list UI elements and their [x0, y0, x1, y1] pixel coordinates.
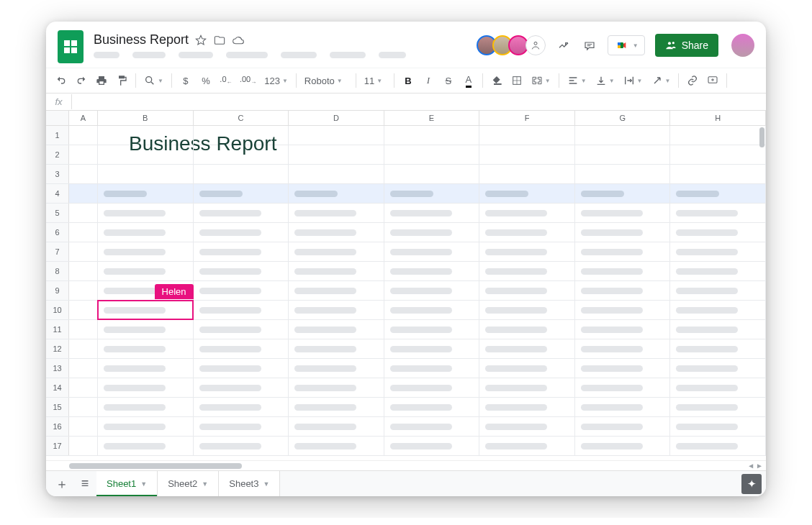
cell[interactable]: [575, 145, 671, 164]
fill-color-button[interactable]: [487, 71, 506, 90]
cell[interactable]: [194, 165, 289, 183]
cell[interactable]: [289, 126, 384, 145]
cell[interactable]: [575, 437, 671, 455]
cell[interactable]: [194, 359, 289, 378]
cell[interactable]: [384, 281, 480, 300]
cell[interactable]: [384, 301, 480, 319]
cell[interactable]: [69, 262, 98, 280]
cell[interactable]: [98, 398, 194, 416]
cell[interactable]: [194, 301, 289, 319]
cell[interactable]: [289, 437, 384, 455]
cell[interactable]: [194, 145, 289, 164]
cell[interactable]: [670, 242, 766, 261]
sheet-tab[interactable]: Sheet1▼: [96, 471, 158, 496]
cell[interactable]: [69, 437, 98, 455]
cell[interactable]: [575, 242, 671, 261]
document-title[interactable]: Business Report: [94, 32, 189, 47]
cell[interactable]: [98, 165, 194, 183]
cell[interactable]: [98, 378, 194, 397]
cell[interactable]: [194, 320, 289, 339]
cell[interactable]: [670, 281, 766, 300]
font-size-dropdown[interactable]: 11▼: [361, 71, 389, 90]
cell[interactable]: [194, 437, 289, 455]
cell[interactable]: [479, 126, 575, 145]
cell[interactable]: [384, 126, 480, 145]
menu-item[interactable]: [379, 52, 406, 58]
row-header[interactable]: 7: [46, 242, 69, 261]
zoom-dropdown[interactable]: ▼: [140, 71, 167, 90]
cell[interactable]: Helen: [98, 301, 194, 319]
cell[interactable]: [289, 301, 384, 319]
percent-button[interactable]: %: [197, 71, 215, 90]
cell[interactable]: [670, 126, 766, 145]
horizontal-scrollbar[interactable]: ◄►: [46, 460, 766, 470]
cell[interactable]: [670, 223, 766, 242]
merge-cells-button[interactable]: ▼: [528, 71, 554, 90]
borders-button[interactable]: [508, 71, 526, 90]
cell[interactable]: [69, 204, 98, 222]
cell[interactable]: [575, 126, 671, 145]
cell[interactable]: [670, 165, 766, 183]
row-header[interactable]: 16: [46, 417, 69, 436]
row-header[interactable]: 1: [46, 126, 69, 145]
share-button[interactable]: Share: [655, 34, 718, 57]
font-family-dropdown[interactable]: Roboto▼: [301, 71, 351, 90]
increase-decimal-button[interactable]: .00→: [237, 71, 259, 90]
cell[interactable]: [670, 145, 766, 164]
cell[interactable]: [479, 398, 575, 416]
menu-item[interactable]: [226, 52, 268, 58]
cell[interactable]: [98, 320, 194, 339]
cell[interactable]: [384, 223, 480, 242]
cell[interactable]: [479, 378, 575, 397]
cell[interactable]: [384, 339, 480, 358]
menu-item[interactable]: [132, 52, 166, 58]
cell[interactable]: [479, 242, 575, 261]
star-icon[interactable]: [194, 34, 207, 47]
cell[interactable]: [194, 204, 289, 222]
currency-button[interactable]: $: [176, 71, 195, 90]
cell[interactable]: [575, 378, 671, 397]
cell[interactable]: [479, 437, 575, 455]
version-history-icon[interactable]: [556, 37, 572, 53]
cell[interactable]: [670, 378, 766, 397]
cell[interactable]: [69, 359, 98, 378]
cell[interactable]: [98, 339, 194, 358]
presence-avatars[interactable]: [481, 35, 546, 55]
cell[interactable]: [69, 145, 98, 164]
explore-button[interactable]: ✦: [741, 474, 762, 494]
cell[interactable]: [194, 242, 289, 261]
row-header[interactable]: 13: [46, 359, 69, 378]
cell[interactable]: [384, 242, 480, 261]
move-folder-icon[interactable]: [213, 34, 226, 47]
cell[interactable]: [289, 145, 384, 164]
meet-button[interactable]: ▼: [608, 35, 645, 55]
column-header[interactable]: B: [98, 111, 194, 125]
cell[interactable]: [98, 223, 194, 242]
vertical-align-button[interactable]: ▼: [592, 71, 618, 90]
column-header[interactable]: E: [384, 111, 480, 125]
italic-button[interactable]: I: [419, 71, 438, 90]
row-header[interactable]: 9: [46, 281, 69, 300]
cell[interactable]: [69, 320, 98, 339]
cell[interactable]: [289, 165, 384, 183]
cell[interactable]: [384, 165, 480, 183]
comments-icon[interactable]: [582, 37, 597, 53]
cell[interactable]: [479, 339, 575, 358]
cell[interactable]: [479, 281, 575, 300]
menu-bar[interactable]: [94, 52, 471, 58]
cell[interactable]: [575, 320, 671, 339]
cell[interactable]: [384, 437, 480, 455]
menu-item[interactable]: [281, 52, 317, 58]
cell[interactable]: [384, 417, 480, 436]
cell[interactable]: [289, 398, 384, 416]
cell[interactable]: [670, 339, 766, 358]
row-header[interactable]: 5: [46, 204, 69, 222]
cell[interactable]: [98, 359, 194, 378]
cell[interactable]: [289, 417, 384, 436]
cell[interactable]: [98, 281, 194, 300]
cell[interactable]: [194, 417, 289, 436]
cell[interactable]: [194, 223, 289, 242]
cell[interactable]: [69, 398, 98, 416]
cell[interactable]: [98, 262, 194, 280]
formula-input[interactable]: [72, 96, 766, 107]
